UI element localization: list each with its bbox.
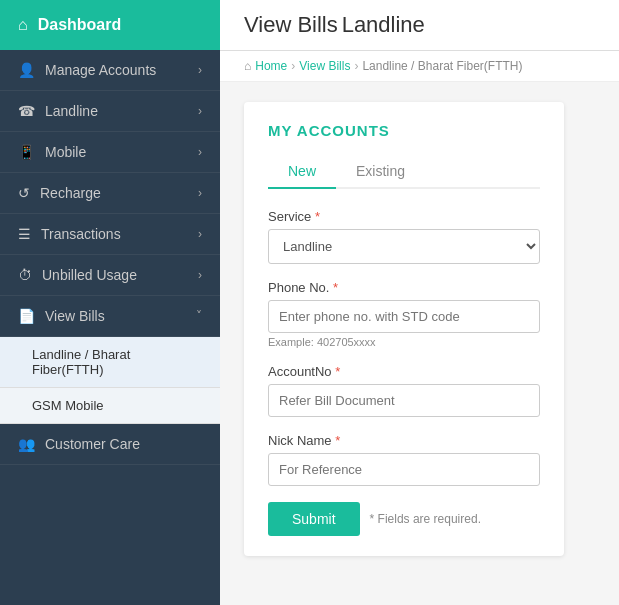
sidebar-item-label: Manage Accounts [45, 62, 156, 78]
sidebar-item-customer-care[interactable]: 👥 Customer Care [0, 424, 220, 465]
service-select[interactable]: Landline Mobile Broadband [268, 229, 540, 264]
sidebar: ⌂ Dashboard 👤 Manage Accounts › ☎ Landli… [0, 0, 220, 605]
account-tabs: New Existing [268, 155, 540, 189]
sidebar-item-transactions[interactable]: ☰ Transactions › [0, 214, 220, 255]
sidebar-item-label: Mobile [45, 144, 86, 160]
sidebar-item-landline[interactable]: ☎ Landline › [0, 91, 220, 132]
content-area: MY ACCOUNTS New Existing Service * Landl… [220, 82, 619, 576]
recharge-icon: ↺ [18, 185, 30, 201]
chevron-down-icon: ˅ [196, 309, 202, 323]
nickname-label: Nick Name * [268, 433, 540, 448]
sidebar-item-unbilled-usage[interactable]: ⏱ Unbilled Usage › [0, 255, 220, 296]
sidebar-item-label: Recharge [40, 185, 101, 201]
submit-row: Submit * Fields are required. [268, 502, 540, 536]
page-title-area: View Bills Landline [244, 12, 425, 38]
account-input[interactable] [268, 384, 540, 417]
phone-group: Phone No. * Example: 402705xxxx [268, 280, 540, 348]
tab-new[interactable]: New [268, 155, 336, 189]
mobile-icon: 📱 [18, 144, 35, 160]
card-title: MY ACCOUNTS [268, 122, 540, 139]
sidebar-item-label: View Bills [45, 308, 105, 324]
dashboard-icon: ⌂ [18, 16, 28, 34]
main-content: View Bills Landline ⌂ Home › View Bills … [220, 0, 619, 605]
chevron-right-icon: › [198, 145, 202, 159]
top-bar: View Bills Landline [220, 0, 619, 51]
chevron-right-icon: › [198, 227, 202, 241]
sidebar-sub-menu: Landline / Bharat Fiber(FTTH) GSM Mobile [0, 337, 220, 424]
sidebar-item-view-bills[interactable]: 📄 View Bills ˅ [0, 296, 220, 337]
fields-note: * Fields are required. [370, 512, 481, 526]
landline-icon: ☎ [18, 103, 35, 119]
submit-button[interactable]: Submit [268, 502, 360, 536]
chevron-right-icon: › [198, 186, 202, 200]
service-label: Service * [268, 209, 540, 224]
sidebar-item-mobile[interactable]: 📱 Mobile › [0, 132, 220, 173]
my-accounts-card: MY ACCOUNTS New Existing Service * Landl… [244, 102, 564, 556]
account-label: AccountNo * [268, 364, 540, 379]
unbilled-icon: ⏱ [18, 267, 32, 283]
nickname-required: * [335, 433, 340, 448]
chevron-right-icon: › [198, 63, 202, 77]
phone-hint: Example: 402705xxxx [268, 336, 540, 348]
sidebar-item-label: Landline [45, 103, 98, 119]
nickname-group: Nick Name * [268, 433, 540, 486]
sidebar-item-manage-accounts[interactable]: 👤 Manage Accounts › [0, 50, 220, 91]
phone-input[interactable] [268, 300, 540, 333]
sidebar-item-recharge[interactable]: ↺ Recharge › [0, 173, 220, 214]
bills-icon: 📄 [18, 308, 35, 324]
tab-existing[interactable]: Existing [336, 155, 425, 187]
sidebar-item-label: Transactions [41, 226, 121, 242]
breadcrumb-current: Landline / Bharat Fiber(FTTH) [362, 59, 522, 73]
sidebar-sub-item-landline-bharat[interactable]: Landline / Bharat Fiber(FTTH) [0, 337, 220, 388]
dashboard-label: Dashboard [38, 16, 122, 34]
sidebar-item-label: Customer Care [45, 436, 140, 452]
customer-care-icon: 👥 [18, 436, 35, 452]
sidebar-dashboard[interactable]: ⌂ Dashboard [0, 0, 220, 50]
account-required: * [335, 364, 340, 379]
chevron-right-icon: › [198, 268, 202, 282]
chevron-right-icon: › [198, 104, 202, 118]
manage-accounts-icon: 👤 [18, 62, 35, 78]
transactions-icon: ☰ [18, 226, 31, 242]
phone-label: Phone No. * [268, 280, 540, 295]
sidebar-item-label: Unbilled Usage [42, 267, 137, 283]
home-icon: ⌂ [244, 59, 251, 73]
sidebar-sub-item-gsm-mobile[interactable]: GSM Mobile [0, 388, 220, 424]
breadcrumb-sep1: › [291, 59, 295, 73]
page-title: View Bills [244, 12, 338, 37]
phone-required: * [333, 280, 338, 295]
breadcrumb-view-bills[interactable]: View Bills [299, 59, 350, 73]
breadcrumb-home[interactable]: Home [255, 59, 287, 73]
service-group: Service * Landline Mobile Broadband [268, 209, 540, 264]
service-required: * [315, 209, 320, 224]
breadcrumb-sep2: › [354, 59, 358, 73]
account-group: AccountNo * [268, 364, 540, 417]
breadcrumb: ⌂ Home › View Bills › Landline / Bharat … [220, 51, 619, 82]
page-subtitle: Landline [342, 12, 425, 37]
nickname-input[interactable] [268, 453, 540, 486]
